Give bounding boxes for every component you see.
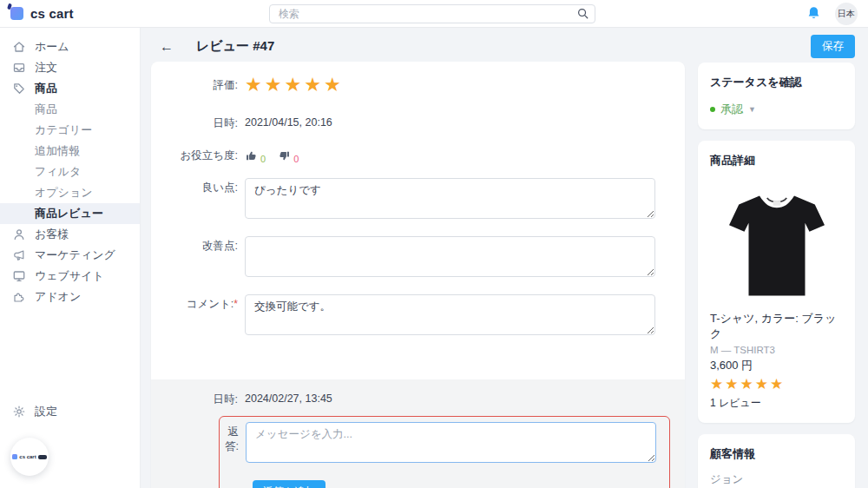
required-asterisk: * — [233, 298, 238, 310]
thumbs-down-group: 0 — [278, 149, 299, 162]
right-column: ステータスを確認 承認 ▼ 商品詳細 T-シャツ, カラー: ブラック — [698, 62, 855, 488]
pros-label: 良い点: — [151, 178, 245, 195]
save-button[interactable]: 保存 — [811, 35, 855, 58]
page-title: レビュー #47 — [196, 38, 274, 55]
helpfulness-label: お役立ち度: — [151, 148, 245, 163]
reply-label: 返答: — [220, 422, 246, 454]
sidebar-item-label: ホーム — [35, 39, 69, 55]
cscart-badge-icon — [12, 454, 17, 459]
sidebar-item-customers[interactable]: お客様 — [0, 224, 140, 245]
sidebar-item-filters[interactable]: フィルタ — [0, 162, 140, 182]
product-image-tshirt[interactable] — [712, 175, 842, 307]
sidebar-item-options[interactable]: オプション — [0, 182, 140, 203]
rating-label: 評価: — [151, 78, 245, 93]
sidebar-item-label: 商品 — [35, 81, 57, 96]
thumbs-up-group: 0 — [245, 149, 266, 162]
reply-date-label: 日時: — [151, 390, 245, 407]
thumbs-down-count: 0 — [293, 154, 299, 164]
top-bar: cs cart 日本 — [0, 0, 868, 28]
search-icon[interactable] — [576, 7, 589, 20]
website-icon — [12, 269, 26, 283]
status-value: 承認 — [720, 102, 743, 117]
sidebar: ホーム注文商品商品カテゴリー追加情報フィルタオプション商品レビューお客様マーケテ… — [0, 28, 141, 488]
addons-icon — [12, 290, 26, 304]
pros-textarea[interactable] — [245, 178, 655, 219]
products-icon — [12, 82, 26, 96]
cscart-badge-text: cs cart — [19, 454, 36, 459]
status-dropdown[interactable]: 承認 ▼ — [710, 102, 843, 117]
cscart-badge-pill — [38, 455, 47, 459]
home-icon — [12, 40, 26, 54]
sidebar-item-label: フィルタ — [35, 164, 81, 180]
comment-label: コメント:* — [151, 294, 245, 312]
reply-textarea[interactable] — [246, 422, 656, 463]
customer-name: ジョン — [710, 472, 843, 487]
sidebar-item-label: アドオン — [35, 289, 81, 305]
reply-highlight-box: 返答: 返答を追加 — [219, 416, 670, 488]
cscart-logo[interactable]: cs cart — [10, 6, 74, 21]
customer-panel-title: 顧客情報 — [710, 446, 843, 462]
thumbs-up-count: 0 — [260, 154, 266, 164]
review-date-value: 2021/04/15, 20:16 — [245, 114, 655, 129]
product-variant: M — TSHIRT3 — [710, 345, 843, 355]
rating-stars[interactable]: ★★★★★ — [245, 76, 655, 95]
product-panel-title: 商品詳細 — [710, 153, 843, 168]
marketing-icon — [12, 248, 26, 262]
product-reviews-count: 1 レビュー — [710, 396, 843, 411]
status-panel: ステータスを確認 承認 ▼ — [698, 63, 855, 129]
sidebar-item-orders[interactable]: 注文 — [0, 57, 140, 78]
status-dot-icon — [710, 107, 715, 112]
review-date-label: 日時: — [151, 114, 245, 131]
add-reply-button[interactable]: 返答を追加 — [253, 480, 326, 488]
sidebar-item-label: ウェブサイト — [35, 268, 104, 284]
sidebar-item-product-reviews[interactable]: 商品レビュー — [0, 203, 140, 224]
product-price: 3,600 円 — [710, 358, 843, 373]
sidebar-bottom: 設定 cs cart — [0, 401, 140, 488]
language-selector[interactable]: 日本 — [835, 3, 858, 25]
sidebar-item-addons[interactable]: アドオン — [0, 287, 140, 307]
comment-textarea[interactable] — [245, 294, 655, 335]
customers-icon — [12, 228, 26, 241]
sidebar-item-label: オプション — [35, 185, 93, 201]
review-card: 評価: ★★★★★ 日時: 2021/04/15, 20:16 お役立ち度: — [151, 62, 685, 488]
sidebar-item-marketing[interactable]: マーケティング — [0, 245, 140, 266]
product-panel: 商品詳細 T-シャツ, カラー: ブラック M — TSHIRT3 3,600 … — [698, 141, 855, 423]
sidebar-item-home[interactable]: ホーム — [0, 36, 140, 57]
sidebar-item-label: 注文 — [35, 60, 57, 76]
reply-date-value: 2024/02/27, 13:45 — [245, 390, 655, 405]
notifications-bell-icon[interactable] — [806, 5, 821, 22]
sidebar-item-label: 設定 — [35, 404, 57, 419]
back-arrow-icon[interactable]: ← — [160, 39, 174, 55]
sidebar-item-products-list[interactable]: 商品 — [0, 99, 140, 120]
sidebar-item-website[interactable]: ウェブサイト — [0, 266, 140, 287]
sidebar-item-settings[interactable]: 設定 — [0, 401, 140, 422]
sidebar-item-label: 商品 — [35, 102, 57, 117]
cscart-badge[interactable]: cs cart — [10, 438, 49, 476]
product-name-link[interactable]: T-シャツ, カラー: ブラック — [710, 311, 843, 342]
sidebar-item-categories[interactable]: カテゴリー — [0, 120, 140, 141]
thumb-down-icon — [278, 149, 291, 162]
thumb-up-icon — [245, 149, 258, 162]
chevron-down-icon: ▼ — [748, 105, 756, 114]
customer-panel: 顧客情報 ジョン IPアドレス: 127.0.0.1 — [698, 434, 855, 488]
sidebar-item-features[interactable]: 追加情報 — [0, 141, 140, 162]
sidebar-item-label: 追加情報 — [35, 143, 80, 159]
cons-label: 改善点: — [151, 236, 245, 254]
reply-section: 日時: 2024/02/27, 13:45 返答: 返答を追加 — [151, 379, 685, 488]
gear-icon — [12, 405, 26, 419]
topbar-right: 日本 — [806, 3, 858, 25]
product-rating-stars: ★★★★★ — [710, 375, 843, 393]
sidebar-item-label: マーケティング — [35, 247, 115, 263]
sidebar-item-label: カテゴリー — [35, 122, 92, 138]
cons-textarea[interactable] — [245, 236, 655, 277]
page-header: ← レビュー #47 保存 — [151, 35, 855, 58]
status-panel-title: ステータスを確認 — [710, 75, 843, 90]
cscart-logo-icon — [10, 7, 23, 20]
sidebar-item-products[interactable]: 商品 — [0, 78, 140, 99]
search-bar — [269, 4, 595, 23]
search-input[interactable] — [269, 4, 595, 23]
cscart-logo-text: cs cart — [30, 6, 74, 21]
orders-icon — [12, 61, 26, 75]
sidebar-item-label: お客様 — [35, 227, 69, 242]
sidebar-item-label: 商品レビュー — [35, 206, 103, 221]
